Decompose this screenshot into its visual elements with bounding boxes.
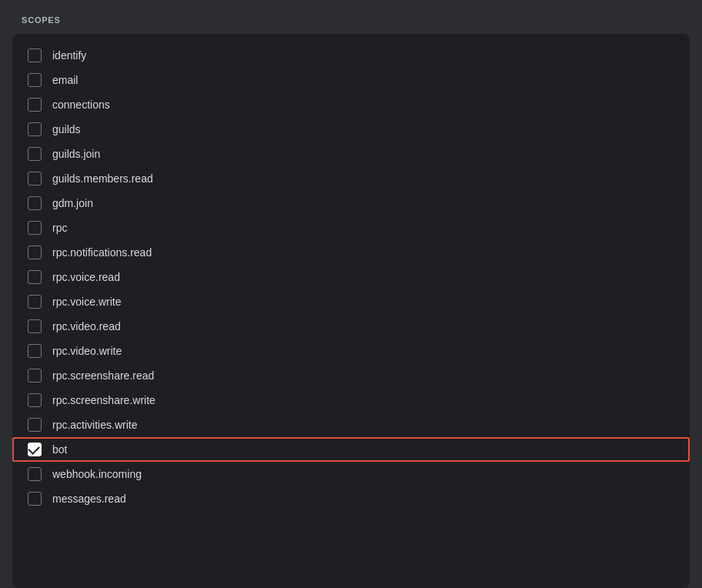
page-container: SCOPES identifyemailconnectionsguildsgui… bbox=[0, 0, 702, 588]
checkbox-guilds.join[interactable] bbox=[28, 147, 42, 161]
scope-item-rpc.screenshare.read[interactable]: rpc.screenshare.read bbox=[12, 363, 690, 388]
checkbox-guilds[interactable] bbox=[28, 122, 42, 136]
scopes-list: identifyemailconnectionsguildsguilds.joi… bbox=[12, 34, 690, 588]
scope-item-rpc.video.read[interactable]: rpc.video.read bbox=[12, 314, 690, 339]
scope-label-rpc.notifications.read: rpc.notifications.read bbox=[52, 246, 152, 259]
checkbox-gdm.join[interactable] bbox=[28, 196, 42, 210]
scope-label-rpc.video.write: rpc.video.write bbox=[52, 345, 122, 357]
scope-label-messages.read: messages.read bbox=[52, 493, 126, 505]
scope-label-gdm.join: gdm.join bbox=[52, 197, 93, 209]
scope-label-rpc.voice.write: rpc.voice.write bbox=[52, 296, 121, 308]
checkbox-bot[interactable] bbox=[28, 443, 42, 456]
checkbox-messages.read[interactable] bbox=[28, 492, 42, 506]
scopes-header: SCOPES bbox=[0, 15, 702, 34]
scope-label-rpc.voice.read: rpc.voice.read bbox=[52, 271, 120, 283]
checkbox-guilds.members.read[interactable] bbox=[28, 172, 42, 185]
scope-label-rpc.activities.write: rpc.activities.write bbox=[52, 419, 137, 431]
scope-item-rpc.notifications.read[interactable]: rpc.notifications.read bbox=[12, 240, 690, 265]
checkbox-rpc.screenshare.write[interactable] bbox=[28, 393, 42, 407]
scope-label-email: email bbox=[52, 74, 78, 86]
checkbox-connections[interactable] bbox=[28, 98, 42, 112]
checkbox-rpc.screenshare.read[interactable] bbox=[28, 369, 42, 383]
scope-item-messages.read[interactable]: messages.read bbox=[12, 486, 690, 511]
scope-item-guilds.members.read[interactable]: guilds.members.read bbox=[12, 166, 690, 191]
scope-label-guilds.members.read: guilds.members.read bbox=[52, 172, 153, 185]
checkbox-webhook.incoming[interactable] bbox=[28, 467, 42, 481]
scope-label-rpc.screenshare.write: rpc.screenshare.write bbox=[52, 394, 155, 406]
scope-label-identify: identify bbox=[52, 49, 86, 62]
scope-item-gdm.join[interactable]: gdm.join bbox=[12, 191, 690, 215]
scope-label-connections: connections bbox=[52, 99, 110, 111]
scope-item-rpc.screenshare.write[interactable]: rpc.screenshare.write bbox=[12, 388, 690, 413]
scope-item-guilds[interactable]: guilds bbox=[12, 117, 690, 142]
scope-label-guilds.join: guilds.join bbox=[52, 148, 100, 160]
checkbox-rpc.voice.write[interactable] bbox=[28, 295, 42, 309]
scope-label-webhook.incoming: webhook.incoming bbox=[52, 468, 142, 480]
checkbox-identify[interactable] bbox=[28, 48, 42, 62]
scope-label-rpc: rpc bbox=[52, 222, 67, 234]
scope-label-bot: bot bbox=[52, 443, 67, 456]
checkbox-rpc[interactable] bbox=[28, 221, 42, 235]
scope-item-rpc.voice.read[interactable]: rpc.voice.read bbox=[12, 265, 690, 289]
checkbox-rpc.video.read[interactable] bbox=[28, 319, 42, 333]
scope-label-rpc.screenshare.read: rpc.screenshare.read bbox=[52, 369, 154, 382]
scope-item-webhook.incoming[interactable]: webhook.incoming bbox=[12, 462, 690, 486]
scope-item-rpc[interactable]: rpc bbox=[12, 215, 690, 240]
scope-item-identify[interactable]: identify bbox=[12, 43, 690, 68]
checkbox-rpc.activities.write[interactable] bbox=[28, 418, 42, 432]
scope-item-connections[interactable]: connections bbox=[12, 92, 690, 117]
scope-item-rpc.voice.write[interactable]: rpc.voice.write bbox=[12, 289, 690, 314]
scope-item-guilds.join[interactable]: guilds.join bbox=[12, 142, 690, 166]
scope-label-rpc.video.read: rpc.video.read bbox=[52, 320, 121, 332]
checkbox-rpc.notifications.read[interactable] bbox=[28, 246, 42, 259]
scope-item-rpc.activities.write[interactable]: rpc.activities.write bbox=[12, 413, 690, 437]
checkbox-email[interactable] bbox=[28, 73, 42, 87]
scope-item-rpc.video.write[interactable]: rpc.video.write bbox=[12, 339, 690, 363]
scope-item-bot[interactable]: bot bbox=[12, 437, 690, 462]
checkbox-rpc.voice.read[interactable] bbox=[28, 270, 42, 284]
scope-label-guilds: guilds bbox=[52, 123, 81, 135]
scope-item-email[interactable]: email bbox=[12, 68, 690, 92]
checkbox-rpc.video.write[interactable] bbox=[28, 344, 42, 358]
